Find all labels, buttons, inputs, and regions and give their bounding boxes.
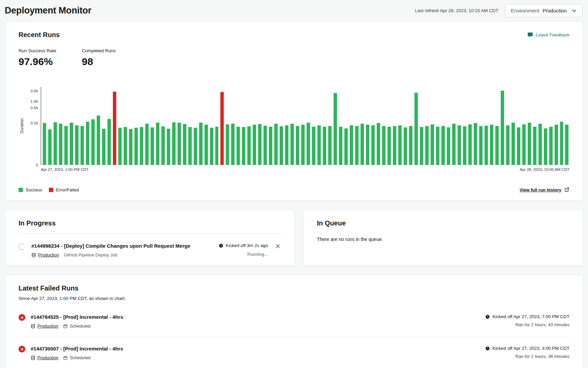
chart-bar-success[interactable]	[479, 126, 483, 165]
chart-bar-error[interactable]	[113, 92, 116, 165]
environment-link[interactable]: Production	[37, 324, 58, 329]
chart-bar-success[interactable]	[285, 125, 288, 165]
chart-bar-success[interactable]	[301, 125, 305, 165]
chart-bar-success[interactable]	[382, 126, 385, 165]
chart-bar-success[interactable]	[134, 128, 138, 165]
chart-bar-success[interactable]	[183, 124, 186, 165]
chart-bar-success[interactable]	[124, 127, 127, 165]
chart-bar-success[interactable]	[565, 125, 568, 165]
chart-bar-success[interactable]	[178, 123, 181, 165]
chart-bar-success[interactable]	[474, 123, 477, 165]
chart-bar-success[interactable]	[264, 126, 267, 165]
chart-bar-success[interactable]	[528, 123, 531, 165]
chart-bar-success[interactable]	[140, 127, 143, 165]
chart-bar-success[interactable]	[522, 124, 526, 165]
chart-bar-success[interactable]	[296, 126, 299, 165]
chart-bar-success[interactable]	[97, 116, 100, 165]
chart-bar-success[interactable]	[425, 126, 429, 165]
chart-bar-success[interactable]	[361, 124, 364, 165]
chart-bar-success[interactable]	[490, 125, 493, 165]
chart-bar-success[interactable]	[237, 127, 240, 165]
chart-bar-success[interactable]	[512, 123, 515, 165]
chart-bar-success[interactable]	[441, 126, 445, 165]
chart-bar-success[interactable]	[48, 129, 52, 165]
chart-bar-success[interactable]	[560, 122, 563, 165]
chart-bar-success[interactable]	[231, 124, 235, 165]
chart-bar-success[interactable]	[129, 129, 132, 165]
leave-feedback-button[interactable]: Leave Feedback	[527, 32, 569, 38]
chart-bar-success[interactable]	[86, 122, 89, 165]
chart-bar-success[interactable]	[118, 128, 122, 165]
chart-bar-success[interactable]	[506, 125, 509, 165]
environment-dropdown[interactable]: Environment Production	[505, 4, 583, 17]
chart-bar-success[interactable]	[280, 126, 283, 165]
chart-bar-success[interactable]	[393, 126, 396, 165]
chart-bar-success[interactable]	[167, 129, 170, 165]
chart-bar-success[interactable]	[447, 127, 450, 165]
chart-bar-error[interactable]	[220, 92, 224, 165]
chart-bar-success[interactable]	[54, 122, 57, 165]
chart-bar-success[interactable]	[517, 127, 520, 165]
chart-bar-success[interactable]	[328, 126, 332, 165]
chart-bar-success[interactable]	[307, 123, 310, 165]
chart-bar-success[interactable]	[70, 123, 73, 165]
chart-bar-success[interactable]	[290, 124, 294, 165]
chart-bar-success[interactable]	[188, 127, 192, 165]
chart-bar-success[interactable]	[420, 127, 423, 165]
chart-bar-success[interactable]	[468, 124, 472, 165]
chart-bar-success[interactable]	[242, 127, 245, 165]
dismiss-run-button[interactable]	[275, 243, 281, 249]
chart-bar-success[interactable]	[555, 125, 558, 165]
chart-bar-success[interactable]	[409, 126, 412, 165]
chart-bar-success[interactable]	[253, 125, 256, 165]
chart-bar-success[interactable]	[317, 125, 321, 165]
chart-bar-success[interactable]	[81, 126, 84, 165]
chart-bar-success[interactable]	[226, 124, 229, 165]
chart-bar-success[interactable]	[194, 128, 197, 165]
chart-bar-success[interactable]	[199, 123, 203, 165]
environment-link[interactable]: Production	[38, 252, 59, 257]
chart-bar-success[interactable]	[350, 125, 353, 165]
chart-bar-success[interactable]	[172, 122, 176, 165]
chart-bar-success[interactable]	[91, 119, 95, 165]
chart-bar-success[interactable]	[258, 124, 261, 165]
chart-bar-success[interactable]	[161, 126, 165, 165]
chart-bar-success[interactable]	[205, 125, 208, 165]
chart-bar-success[interactable]	[495, 126, 499, 165]
chart-bar-success[interactable]	[210, 128, 213, 165]
chart-bar-success[interactable]	[377, 123, 380, 165]
chart-bar-success[interactable]	[156, 123, 159, 165]
chart-bar-success[interactable]	[414, 93, 418, 165]
chart-bar-success[interactable]	[151, 127, 154, 165]
chart-bar-success[interactable]	[431, 124, 434, 165]
chart-bar-success[interactable]	[366, 125, 369, 165]
chart-bar-success[interactable]	[107, 119, 111, 165]
chart-bar-success[interactable]	[458, 125, 461, 165]
chart-bar-success[interactable]	[485, 126, 488, 165]
environment-link[interactable]: Production	[37, 355, 58, 360]
chart-bar-success[interactable]	[247, 126, 251, 165]
chart-bar-success[interactable]	[339, 127, 342, 165]
chart-bar-success[interactable]	[145, 124, 149, 165]
view-full-run-history-link[interactable]: View full run history	[520, 187, 569, 192]
chart-bar-success[interactable]	[533, 127, 536, 165]
chart-bar-success[interactable]	[102, 129, 105, 165]
chart-bar-success[interactable]	[334, 93, 337, 165]
chart-bar-success[interactable]	[274, 124, 278, 165]
chart-bar-success[interactable]	[398, 125, 402, 165]
chart-bar-success[interactable]	[269, 127, 272, 165]
chart-bar-success[interactable]	[436, 127, 439, 165]
chart-bar-success[interactable]	[549, 127, 553, 165]
chart-bar-success[interactable]	[544, 128, 547, 165]
chart-bar-success[interactable]	[75, 125, 79, 165]
chart-bar-success[interactable]	[355, 126, 359, 165]
chart-bar-success[interactable]	[312, 127, 315, 165]
chart-bar-success[interactable]	[463, 126, 466, 165]
chart-bar-success[interactable]	[371, 125, 375, 165]
chart-bar-success[interactable]	[323, 127, 326, 165]
chart-bar-success[interactable]	[388, 127, 391, 165]
chart-bar-success[interactable]	[452, 124, 456, 165]
chart-bar-success[interactable]	[501, 91, 504, 165]
chart-bar-success[interactable]	[404, 127, 407, 165]
chart-bar-success[interactable]	[59, 124, 62, 165]
